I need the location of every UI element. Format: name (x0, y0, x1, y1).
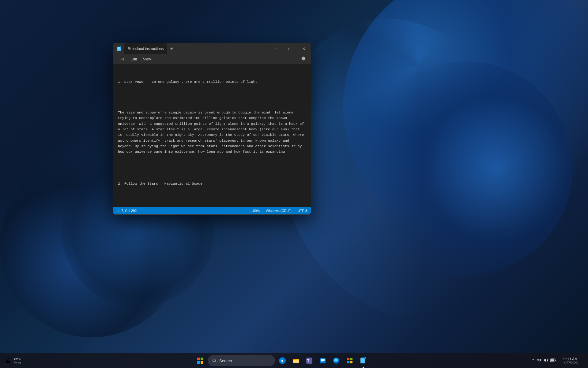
bing-icon: b (279, 357, 286, 364)
minimize-button[interactable]: − (269, 43, 283, 54)
notepad-tab[interactable]: Relecloud instructions (124, 43, 167, 54)
weather-info: 72°F Sunny (13, 357, 21, 364)
new-tab-button[interactable]: + (167, 44, 176, 53)
maximize-icon: ◻ (288, 47, 291, 51)
taskbar-search[interactable]: Search (208, 355, 275, 366)
svg-rect-24 (361, 359, 364, 359)
svg-rect-3 (118, 49, 119, 49)
heading-1: 1. Star Power - In one galaxy there are … (118, 79, 306, 85)
svg-line-6 (215, 362, 217, 363)
svg-rect-16 (321, 360, 325, 361)
teams-button[interactable]: T (303, 355, 315, 367)
cursor-position: Ln 7, Col 292 (117, 209, 137, 213)
svg-rect-19 (347, 358, 349, 360)
taskbar: 🌤 72°F Sunny Search b (0, 353, 588, 368)
store-icon (346, 357, 353, 364)
svg-rect-30 (555, 359, 556, 361)
svg-rect-29 (551, 359, 554, 361)
svg-text:T: T (307, 359, 310, 363)
svg-rect-22 (350, 361, 352, 363)
active-indicator (363, 367, 364, 368)
svg-rect-15 (321, 359, 325, 360)
bing-chat-button[interactable]: b (276, 355, 288, 367)
date-display: 4/27/2023 (564, 361, 578, 365)
maximize-button[interactable]: ◻ (283, 43, 297, 54)
notepad-window: Relecloud instructions + − ◻ ✕ File Edit… (113, 43, 311, 215)
taskbar-right: ⌃ 11:11 AM (523, 355, 584, 366)
svg-rect-10 (293, 360, 299, 363)
close-icon: ✕ (302, 47, 305, 51)
file-menu[interactable]: File (115, 56, 127, 63)
store-button[interactable] (344, 355, 356, 367)
svg-rect-25 (361, 360, 364, 360)
svg-rect-17 (321, 362, 323, 362)
tab-label: Relecloud instructions (128, 47, 164, 51)
view-menu[interactable]: View (140, 56, 154, 63)
search-label: Search (219, 358, 232, 363)
title-bar: Relecloud instructions + − ◻ ✕ (113, 43, 311, 54)
menu-bar: File Edit View (113, 54, 311, 64)
encoding: UTF-8 (298, 209, 307, 213)
taskbar-center: Search b T (40, 355, 523, 367)
taskbar-left: 🌤 72°F Sunny (4, 357, 40, 365)
heading-2: 2. Follow the Stars - Navigational Usage (118, 181, 306, 186)
edge-button[interactable] (330, 355, 342, 367)
notepad-taskbar-button[interactable] (357, 355, 369, 367)
notepad-app-icon (117, 46, 122, 51)
svg-rect-20 (350, 358, 352, 360)
show-desktop-button[interactable] (582, 355, 584, 366)
text-editor-area[interactable]: 1. Star Power - In one galaxy there are … (113, 64, 311, 207)
close-button[interactable]: ✕ (297, 43, 311, 54)
tab-area: Relecloud instructions + (124, 43, 269, 54)
datetime-display[interactable]: 11:11 AM 4/27/2023 (560, 357, 580, 365)
file-explorer-icon (292, 357, 300, 364)
time-display: 11:11 AM (562, 357, 578, 361)
weather-condition: Sunny (13, 361, 21, 364)
zoom-level: 100% (251, 209, 260, 213)
wifi-icon[interactable] (537, 358, 542, 364)
status-bar: Ln 7, Col 292 100% Windows (CRLF) UTF-8 (113, 207, 311, 214)
edge-icon (333, 357, 340, 364)
title-bar-controls: − ◻ ✕ (269, 43, 311, 54)
weather-temperature: 72°F (13, 357, 21, 361)
edit-menu[interactable]: Edit (127, 56, 140, 63)
start-button[interactable] (194, 355, 206, 367)
paragraph-1: The size and scope of a single galaxy is… (118, 110, 306, 155)
svg-rect-21 (347, 361, 349, 363)
svg-rect-11 (293, 359, 296, 360)
status-right: 100% Windows (CRLF) UTF-8 (251, 209, 307, 213)
minimize-icon: − (274, 47, 277, 51)
file-explorer-button[interactable] (290, 355, 302, 367)
svg-text:b: b (281, 358, 283, 363)
settings-button[interactable] (299, 55, 308, 63)
notepad-taskbar-icon (360, 357, 367, 364)
line-endings: Windows (CRLF) (266, 209, 292, 213)
battery-icon[interactable] (550, 358, 556, 363)
svg-rect-27 (364, 357, 366, 359)
weather-icon: 🌤 (4, 357, 10, 365)
volume-icon[interactable] (544, 358, 548, 364)
app-icon-1 (319, 357, 326, 364)
app-button-1[interactable] (317, 355, 329, 367)
windows-logo (197, 358, 203, 364)
svg-rect-2 (118, 48, 120, 48)
tray-chevron-icon[interactable]: ⌃ (531, 358, 535, 363)
teams-icon: T (306, 357, 313, 364)
system-tray: ⌃ (529, 358, 558, 364)
search-icon (212, 358, 217, 363)
svg-rect-26 (361, 361, 363, 361)
svg-rect-1 (118, 48, 120, 48)
svg-point-5 (213, 359, 216, 362)
